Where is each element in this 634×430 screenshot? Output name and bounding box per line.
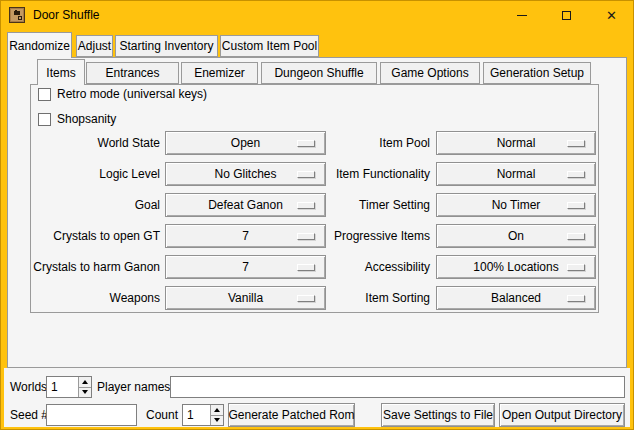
items-page: Retro mode (universal keys) Shopsanity W…	[30, 84, 599, 313]
tab-generation-setup[interactable]: Generation Setup	[483, 62, 591, 84]
tab-starting-inventory[interactable]: Starting Inventory	[115, 35, 218, 57]
item-pool-dropdown[interactable]: Normal	[436, 131, 596, 155]
arrow-down-icon	[82, 390, 88, 394]
close-icon: ✕	[606, 9, 617, 22]
door-icon	[9, 7, 25, 23]
minimize-icon	[517, 15, 527, 16]
item-pool-label: Item Pool	[287, 131, 430, 155]
window-title: Door Shuffle	[33, 0, 100, 30]
worlds-spin-buttons	[78, 377, 91, 397]
timer-setting-value: No Timer	[492, 198, 541, 212]
player-names-label: Player names	[97, 376, 170, 398]
item-sorting-label: Item Sorting	[287, 286, 430, 310]
world-state-value: Open	[231, 136, 260, 150]
generate-patched-rom-button[interactable]: Generate Patched Rom	[228, 403, 355, 427]
logic-level-label: Logic Level	[17, 162, 160, 186]
maximize-button[interactable]	[544, 0, 589, 30]
window-controls: ✕	[499, 0, 634, 30]
dropdown-indicator-icon	[567, 140, 585, 147]
goal-label: Goal	[17, 193, 160, 217]
seed-label: Seed #	[10, 404, 48, 426]
shopsanity-checkbox[interactable]	[38, 113, 51, 126]
tab-items[interactable]: Items	[37, 59, 85, 85]
shopsanity-label: Shopsanity	[57, 112, 116, 127]
dropdown-indicator-icon	[567, 233, 585, 240]
retro-mode-label: Retro mode (universal keys)	[57, 87, 207, 102]
dropdown-indicator-icon	[567, 295, 585, 302]
crystals-ganon-value: 7	[242, 260, 249, 274]
player-names-input[interactable]	[170, 376, 625, 398]
crystals-ganon-label: Crystals to harm Ganon	[17, 255, 160, 279]
item-functionality-label: Item Functionality	[287, 162, 430, 186]
tab-game-options[interactable]: Game Options	[380, 62, 480, 84]
weapons-value: Vanilla	[228, 291, 263, 305]
spin-up-button[interactable]	[79, 377, 91, 388]
crystals-gt-label: Crystals to open GT	[17, 224, 160, 248]
progressive-items-dropdown[interactable]: On	[436, 224, 596, 248]
world-state-label: World State	[17, 131, 160, 155]
tab-entrances[interactable]: Entrances	[86, 62, 179, 84]
arrow-up-icon	[82, 380, 88, 384]
dropdown-indicator-icon	[567, 171, 585, 178]
retro-mode-checkbox[interactable]	[38, 88, 51, 101]
tab-adjust[interactable]: Adjust	[76, 35, 113, 57]
arrow-up-icon	[214, 408, 220, 412]
save-settings-button[interactable]: Save Settings to File	[381, 403, 495, 427]
tab-randomize[interactable]: Randomize	[7, 32, 72, 58]
timer-setting-label: Timer Setting	[287, 193, 430, 217]
open-output-directory-button[interactable]: Open Output Directory	[499, 403, 625, 427]
arrow-down-icon	[214, 418, 220, 422]
count-spin-buttons	[210, 405, 223, 425]
progressive-items-value: On	[508, 229, 524, 243]
close-button[interactable]: ✕	[589, 0, 634, 30]
accessibility-dropdown[interactable]: 100% Locations	[436, 255, 596, 279]
count-label: Count	[146, 404, 178, 426]
accessibility-label: Accessibility	[287, 255, 430, 279]
dropdown-indicator-icon	[567, 264, 585, 271]
count-spinner[interactable]: 1	[182, 404, 224, 426]
timer-setting-dropdown[interactable]: No Timer	[436, 193, 596, 217]
tab-enemizer[interactable]: Enemizer	[181, 62, 258, 84]
count-value: 1	[187, 405, 194, 425]
spin-up-button[interactable]	[211, 405, 223, 416]
worlds-value: 1	[51, 377, 58, 397]
crystals-gt-value: 7	[242, 229, 249, 243]
accessibility-value: 100% Locations	[473, 260, 558, 274]
worlds-label: Worlds	[10, 376, 47, 398]
spin-down-button[interactable]	[211, 416, 223, 426]
goal-value: Defeat Ganon	[208, 198, 283, 212]
worlds-spinner[interactable]: 1	[46, 376, 92, 398]
bottom-bar: Worlds 1 Player names Seed # Count 1 Gen…	[4, 368, 630, 427]
weapons-label: Weapons	[17, 286, 160, 310]
seed-input[interactable]	[46, 404, 137, 426]
tab-custom-item-pool[interactable]: Custom Item Pool	[220, 35, 319, 57]
maximize-icon	[562, 11, 571, 20]
minimize-button[interactable]	[499, 0, 544, 30]
dropdown-indicator-icon	[567, 202, 585, 209]
item-functionality-dropdown[interactable]: Normal	[436, 162, 596, 186]
item-sorting-dropdown[interactable]: Balanced	[436, 286, 596, 310]
logic-level-value: No Glitches	[214, 167, 276, 181]
spin-down-button[interactable]	[79, 388, 91, 398]
titlebar: Door Shuffle ✕	[0, 0, 634, 30]
item-sorting-value: Balanced	[491, 291, 541, 305]
item-functionality-value: Normal	[497, 167, 536, 181]
progressive-items-label: Progressive Items	[287, 224, 430, 248]
tab-dungeon-shuffle[interactable]: Dungeon Shuffle	[261, 62, 377, 84]
item-pool-value: Normal	[497, 136, 536, 150]
door-shuffle-window: Door Shuffle ✕ Randomize Adjust Starting…	[0, 0, 634, 430]
